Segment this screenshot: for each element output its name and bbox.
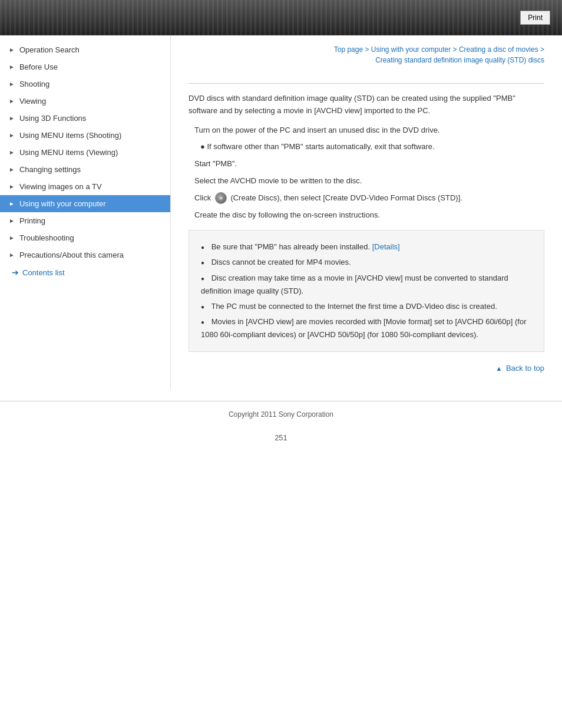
sidebar-label: Viewing bbox=[19, 97, 46, 106]
sidebar-item-before-use[interactable]: ► Before Use bbox=[0, 58, 170, 75]
breadcrumb-sep3: > bbox=[540, 45, 544, 54]
sidebar-item-viewing[interactable]: ► Viewing bbox=[0, 93, 170, 110]
sidebar-label: Using 3D Functions bbox=[19, 114, 86, 123]
sidebar-item-using-3d[interactable]: ► Using 3D Functions bbox=[0, 110, 170, 127]
arrow-icon: ► bbox=[9, 235, 15, 241]
note-2-text: Discs cannot be created for MP4 movies. bbox=[211, 258, 351, 266]
arrow-icon: ► bbox=[9, 64, 15, 70]
sidebar-label: Changing settings bbox=[19, 165, 81, 174]
step-3: Select the AVCHD movie to be written to … bbox=[194, 175, 544, 187]
note-item-1: Be sure that "PMB" has already been inst… bbox=[201, 239, 532, 255]
print-button[interactable]: Print bbox=[520, 11, 550, 25]
copyright-text: Copyright 2011 Sony Corporation bbox=[229, 410, 333, 419]
arrow-icon: ► bbox=[9, 81, 15, 87]
sidebar-label: Operation Search bbox=[19, 45, 80, 54]
step-1-sub: ● If software other than "PMB" starts au… bbox=[200, 141, 544, 153]
sidebar-label: Before Use bbox=[19, 62, 58, 71]
step-2: Start "PMB". bbox=[194, 158, 544, 170]
arrow-icon: ► bbox=[9, 149, 15, 156]
header-bar: Print bbox=[0, 0, 562, 35]
sidebar-item-using-with-computer[interactable]: ► Using with your computer bbox=[0, 195, 170, 212]
breadcrumb-creating-disc[interactable]: Creating a disc of movies bbox=[459, 45, 538, 54]
back-to-top-label: Back to top bbox=[506, 364, 544, 373]
page-number: 251 bbox=[0, 427, 562, 448]
step-5: Create the disc by following the on-scre… bbox=[194, 209, 544, 222]
arrow-icon: ► bbox=[9, 252, 15, 258]
step-1: Turn on the power of the PC and insert a… bbox=[194, 124, 544, 137]
arrow-icon: ► bbox=[9, 166, 15, 173]
intro-text: DVD discs with standard definition image… bbox=[189, 93, 544, 117]
note-item-4: The PC must be connected to the Internet… bbox=[201, 299, 532, 314]
sidebar-item-shooting[interactable]: ► Shooting bbox=[0, 75, 170, 93]
step-3-text: Select the AVCHD movie to be written to … bbox=[194, 176, 362, 185]
note-item-3: Disc creation may take time as a movie i… bbox=[201, 271, 532, 299]
sidebar: ► Operation Search ► Before Use ► Shooti… bbox=[0, 35, 171, 389]
arrow-icon: ► bbox=[9, 200, 15, 207]
sidebar-label: Using MENU items (Shooting) bbox=[19, 131, 121, 140]
sidebar-label: Using with your computer bbox=[19, 199, 106, 208]
step-5-text: Create the disc by following the on-scre… bbox=[194, 210, 380, 219]
breadcrumb-current[interactable]: Creating standard definition image quali… bbox=[375, 56, 544, 64]
sidebar-item-operation-search[interactable]: ► Operation Search bbox=[0, 41, 170, 58]
step-2-text: Start "PMB". bbox=[194, 159, 237, 168]
arrow-icon: ► bbox=[9, 47, 15, 53]
breadcrumb-using-computer[interactable]: Using with your computer bbox=[371, 45, 451, 54]
contents-list-link[interactable]: ➔ Contents list bbox=[0, 263, 170, 281]
note-item-2: Discs cannot be created for MP4 movies. bbox=[201, 255, 532, 270]
notes-list: Be sure that "PMB" has already been inst… bbox=[201, 239, 532, 342]
back-to-top-link[interactable]: ▲ Back to top bbox=[495, 364, 544, 373]
breadcrumb-top[interactable]: Top page bbox=[334, 45, 363, 54]
step-1-sub-text: If software other than "PMB" starts auto… bbox=[207, 142, 434, 151]
create-discs-icon bbox=[215, 192, 227, 204]
breadcrumb-sep2: > bbox=[453, 45, 459, 54]
sidebar-item-troubleshooting[interactable]: ► Troubleshooting bbox=[0, 229, 170, 246]
main-layout: ► Operation Search ► Before Use ► Shooti… bbox=[0, 35, 562, 389]
sidebar-item-printing[interactable]: ► Printing bbox=[0, 212, 170, 229]
sidebar-label: Troubleshooting bbox=[19, 233, 74, 242]
footer: Copyright 2011 Sony Corporation bbox=[0, 401, 562, 427]
note-1-before: Be sure that "PMB" has already been inst… bbox=[211, 242, 372, 251]
note-1-details-link[interactable]: [Details] bbox=[372, 242, 400, 251]
page-number-text: 251 bbox=[275, 433, 287, 442]
breadcrumb-sep1: > bbox=[365, 45, 371, 54]
step-4-before: Click bbox=[194, 193, 213, 202]
step-1-text: Turn on the power of the PC and insert a… bbox=[194, 126, 439, 134]
note-5-text: Movies in [AVCHD view] are movies record… bbox=[201, 317, 527, 339]
sidebar-label: Using MENU items (Viewing) bbox=[19, 148, 118, 157]
step-4-after: (Create Discs), then select [Create DVD-… bbox=[230, 193, 462, 202]
sidebar-label: Precautions/About this camera bbox=[19, 251, 124, 259]
sidebar-item-changing-settings[interactable]: ► Changing settings bbox=[0, 161, 170, 178]
breadcrumb: Top page > Using with your computer > Cr… bbox=[189, 44, 544, 65]
sidebar-item-viewing-images-tv[interactable]: ► Viewing images on a TV bbox=[0, 178, 170, 195]
sidebar-item-using-menu-viewing[interactable]: ► Using MENU items (Viewing) bbox=[0, 144, 170, 161]
sidebar-label: Viewing images on a TV bbox=[19, 182, 102, 191]
back-to-top: ▲ Back to top bbox=[189, 364, 544, 373]
page-title-section bbox=[189, 77, 544, 84]
arrow-right-icon: ➔ bbox=[12, 268, 19, 277]
arrow-icon: ► bbox=[9, 218, 15, 224]
note-4-text: The PC must be connected to the Internet… bbox=[211, 302, 497, 311]
content-area: Top page > Using with your computer > Cr… bbox=[171, 35, 562, 389]
arrow-icon: ► bbox=[9, 98, 15, 104]
sidebar-item-using-menu-shooting[interactable]: ► Using MENU items (Shooting) bbox=[0, 127, 170, 144]
arrow-icon: ► bbox=[9, 132, 15, 139]
contents-list-label: Contents list bbox=[22, 268, 65, 277]
arrow-icon: ► bbox=[9, 183, 15, 190]
arrow-icon: ► bbox=[9, 115, 15, 121]
step-4: Click (Create Discs), then select [Creat… bbox=[194, 192, 544, 205]
note-item-5: Movies in [AVCHD view] are movies record… bbox=[201, 314, 532, 342]
sidebar-item-precautions[interactable]: ► Precautions/About this camera bbox=[0, 246, 170, 263]
triangle-up-icon: ▲ bbox=[495, 365, 502, 372]
bullet-icon: ● bbox=[200, 142, 207, 151]
sidebar-label: Shooting bbox=[19, 80, 49, 88]
note-3-text: Disc creation may take time as a movie i… bbox=[201, 274, 508, 295]
notes-box: Be sure that "PMB" has already been inst… bbox=[189, 230, 544, 352]
sidebar-label: Printing bbox=[19, 216, 45, 225]
